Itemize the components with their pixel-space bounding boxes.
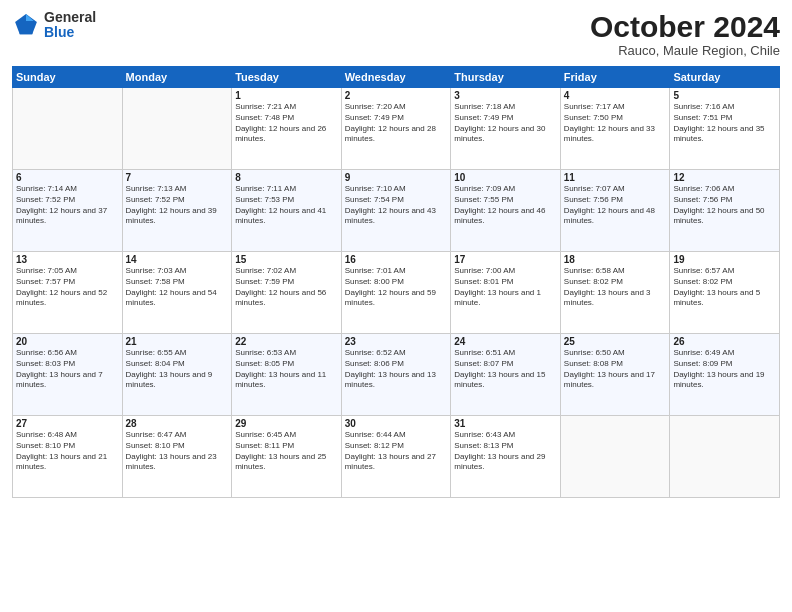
day-number: 6 bbox=[16, 172, 119, 183]
day-info: Sunrise: 7:03 AM Sunset: 7:58 PM Dayligh… bbox=[126, 266, 229, 309]
day-number: 3 bbox=[454, 90, 557, 101]
day-info: Sunrise: 7:06 AM Sunset: 7:56 PM Dayligh… bbox=[673, 184, 776, 227]
day-number: 25 bbox=[564, 336, 667, 347]
day-number: 31 bbox=[454, 418, 557, 429]
day-number: 20 bbox=[16, 336, 119, 347]
day-info: Sunrise: 7:17 AM Sunset: 7:50 PM Dayligh… bbox=[564, 102, 667, 145]
calendar-cell: 31Sunrise: 6:43 AM Sunset: 8:13 PM Dayli… bbox=[451, 416, 561, 498]
calendar-cell: 16Sunrise: 7:01 AM Sunset: 8:00 PM Dayli… bbox=[341, 252, 451, 334]
calendar-cell bbox=[13, 88, 123, 170]
calendar-cell: 22Sunrise: 6:53 AM Sunset: 8:05 PM Dayli… bbox=[232, 334, 342, 416]
calendar-cell: 13Sunrise: 7:05 AM Sunset: 7:57 PM Dayli… bbox=[13, 252, 123, 334]
calendar-week-row: 1Sunrise: 7:21 AM Sunset: 7:48 PM Daylig… bbox=[13, 88, 780, 170]
day-number: 23 bbox=[345, 336, 448, 347]
day-info: Sunrise: 7:07 AM Sunset: 7:56 PM Dayligh… bbox=[564, 184, 667, 227]
calendar-cell: 19Sunrise: 6:57 AM Sunset: 8:02 PM Dayli… bbox=[670, 252, 780, 334]
day-info: Sunrise: 7:13 AM Sunset: 7:52 PM Dayligh… bbox=[126, 184, 229, 227]
weekday-header: Thursday bbox=[451, 67, 561, 88]
logo-icon bbox=[12, 11, 40, 39]
weekday-header: Sunday bbox=[13, 67, 123, 88]
calendar-cell: 11Sunrise: 7:07 AM Sunset: 7:56 PM Dayli… bbox=[560, 170, 670, 252]
calendar-cell bbox=[670, 416, 780, 498]
day-info: Sunrise: 6:49 AM Sunset: 8:09 PM Dayligh… bbox=[673, 348, 776, 391]
calendar-cell: 30Sunrise: 6:44 AM Sunset: 8:12 PM Dayli… bbox=[341, 416, 451, 498]
logo-text: General Blue bbox=[44, 10, 96, 41]
calendar-week-row: 20Sunrise: 6:56 AM Sunset: 8:03 PM Dayli… bbox=[13, 334, 780, 416]
calendar-cell: 9Sunrise: 7:10 AM Sunset: 7:54 PM Daylig… bbox=[341, 170, 451, 252]
day-number: 1 bbox=[235, 90, 338, 101]
day-number: 30 bbox=[345, 418, 448, 429]
day-number: 14 bbox=[126, 254, 229, 265]
day-info: Sunrise: 6:50 AM Sunset: 8:08 PM Dayligh… bbox=[564, 348, 667, 391]
day-info: Sunrise: 7:01 AM Sunset: 8:00 PM Dayligh… bbox=[345, 266, 448, 309]
calendar-cell: 2Sunrise: 7:20 AM Sunset: 7:49 PM Daylig… bbox=[341, 88, 451, 170]
calendar-table: SundayMondayTuesdayWednesdayThursdayFrid… bbox=[12, 66, 780, 498]
calendar-cell: 15Sunrise: 7:02 AM Sunset: 7:59 PM Dayli… bbox=[232, 252, 342, 334]
day-info: Sunrise: 7:05 AM Sunset: 7:57 PM Dayligh… bbox=[16, 266, 119, 309]
day-number: 27 bbox=[16, 418, 119, 429]
day-number: 17 bbox=[454, 254, 557, 265]
day-info: Sunrise: 7:11 AM Sunset: 7:53 PM Dayligh… bbox=[235, 184, 338, 227]
calendar-cell: 1Sunrise: 7:21 AM Sunset: 7:48 PM Daylig… bbox=[232, 88, 342, 170]
calendar-cell: 25Sunrise: 6:50 AM Sunset: 8:08 PM Dayli… bbox=[560, 334, 670, 416]
calendar-cell: 17Sunrise: 7:00 AM Sunset: 8:01 PM Dayli… bbox=[451, 252, 561, 334]
day-info: Sunrise: 6:55 AM Sunset: 8:04 PM Dayligh… bbox=[126, 348, 229, 391]
calendar-cell: 6Sunrise: 7:14 AM Sunset: 7:52 PM Daylig… bbox=[13, 170, 123, 252]
day-info: Sunrise: 7:02 AM Sunset: 7:59 PM Dayligh… bbox=[235, 266, 338, 309]
weekday-header-row: SundayMondayTuesdayWednesdayThursdayFrid… bbox=[13, 67, 780, 88]
day-info: Sunrise: 6:43 AM Sunset: 8:13 PM Dayligh… bbox=[454, 430, 557, 473]
weekday-header: Tuesday bbox=[232, 67, 342, 88]
day-info: Sunrise: 7:14 AM Sunset: 7:52 PM Dayligh… bbox=[16, 184, 119, 227]
calendar-cell: 14Sunrise: 7:03 AM Sunset: 7:58 PM Dayli… bbox=[122, 252, 232, 334]
day-number: 29 bbox=[235, 418, 338, 429]
day-number: 21 bbox=[126, 336, 229, 347]
weekday-header: Friday bbox=[560, 67, 670, 88]
day-info: Sunrise: 7:20 AM Sunset: 7:49 PM Dayligh… bbox=[345, 102, 448, 145]
day-number: 5 bbox=[673, 90, 776, 101]
title-block: October 2024 Rauco, Maule Region, Chile bbox=[590, 10, 780, 58]
day-info: Sunrise: 7:18 AM Sunset: 7:49 PM Dayligh… bbox=[454, 102, 557, 145]
day-number: 26 bbox=[673, 336, 776, 347]
day-info: Sunrise: 6:44 AM Sunset: 8:12 PM Dayligh… bbox=[345, 430, 448, 473]
logo: General Blue bbox=[12, 10, 96, 41]
day-number: 9 bbox=[345, 172, 448, 183]
day-number: 19 bbox=[673, 254, 776, 265]
calendar-cell: 29Sunrise: 6:45 AM Sunset: 8:11 PM Dayli… bbox=[232, 416, 342, 498]
calendar-cell: 18Sunrise: 6:58 AM Sunset: 8:02 PM Dayli… bbox=[560, 252, 670, 334]
calendar-week-row: 13Sunrise: 7:05 AM Sunset: 7:57 PM Dayli… bbox=[13, 252, 780, 334]
calendar-cell: 10Sunrise: 7:09 AM Sunset: 7:55 PM Dayli… bbox=[451, 170, 561, 252]
calendar-cell bbox=[560, 416, 670, 498]
calendar-cell bbox=[122, 88, 232, 170]
logo-general: General bbox=[44, 10, 96, 25]
weekday-header: Monday bbox=[122, 67, 232, 88]
calendar-cell: 27Sunrise: 6:48 AM Sunset: 8:10 PM Dayli… bbox=[13, 416, 123, 498]
day-number: 18 bbox=[564, 254, 667, 265]
day-number: 7 bbox=[126, 172, 229, 183]
calendar-cell: 24Sunrise: 6:51 AM Sunset: 8:07 PM Dayli… bbox=[451, 334, 561, 416]
day-info: Sunrise: 7:00 AM Sunset: 8:01 PM Dayligh… bbox=[454, 266, 557, 309]
day-info: Sunrise: 6:57 AM Sunset: 8:02 PM Dayligh… bbox=[673, 266, 776, 309]
day-info: Sunrise: 6:47 AM Sunset: 8:10 PM Dayligh… bbox=[126, 430, 229, 473]
calendar-cell: 7Sunrise: 7:13 AM Sunset: 7:52 PM Daylig… bbox=[122, 170, 232, 252]
header: General Blue October 2024 Rauco, Maule R… bbox=[12, 10, 780, 58]
calendar-cell: 5Sunrise: 7:16 AM Sunset: 7:51 PM Daylig… bbox=[670, 88, 780, 170]
calendar-cell: 26Sunrise: 6:49 AM Sunset: 8:09 PM Dayli… bbox=[670, 334, 780, 416]
day-info: Sunrise: 7:09 AM Sunset: 7:55 PM Dayligh… bbox=[454, 184, 557, 227]
day-info: Sunrise: 7:16 AM Sunset: 7:51 PM Dayligh… bbox=[673, 102, 776, 145]
day-number: 22 bbox=[235, 336, 338, 347]
day-number: 4 bbox=[564, 90, 667, 101]
day-info: Sunrise: 6:53 AM Sunset: 8:05 PM Dayligh… bbox=[235, 348, 338, 391]
day-info: Sunrise: 6:58 AM Sunset: 8:02 PM Dayligh… bbox=[564, 266, 667, 309]
day-number: 11 bbox=[564, 172, 667, 183]
day-number: 16 bbox=[345, 254, 448, 265]
calendar-week-row: 6Sunrise: 7:14 AM Sunset: 7:52 PM Daylig… bbox=[13, 170, 780, 252]
day-number: 12 bbox=[673, 172, 776, 183]
day-info: Sunrise: 7:10 AM Sunset: 7:54 PM Dayligh… bbox=[345, 184, 448, 227]
day-info: Sunrise: 6:48 AM Sunset: 8:10 PM Dayligh… bbox=[16, 430, 119, 473]
day-number: 13 bbox=[16, 254, 119, 265]
calendar-cell: 23Sunrise: 6:52 AM Sunset: 8:06 PM Dayli… bbox=[341, 334, 451, 416]
month-title: October 2024 bbox=[590, 10, 780, 43]
day-number: 24 bbox=[454, 336, 557, 347]
calendar-cell: 3Sunrise: 7:18 AM Sunset: 7:49 PM Daylig… bbox=[451, 88, 561, 170]
svg-marker-2 bbox=[18, 22, 34, 35]
